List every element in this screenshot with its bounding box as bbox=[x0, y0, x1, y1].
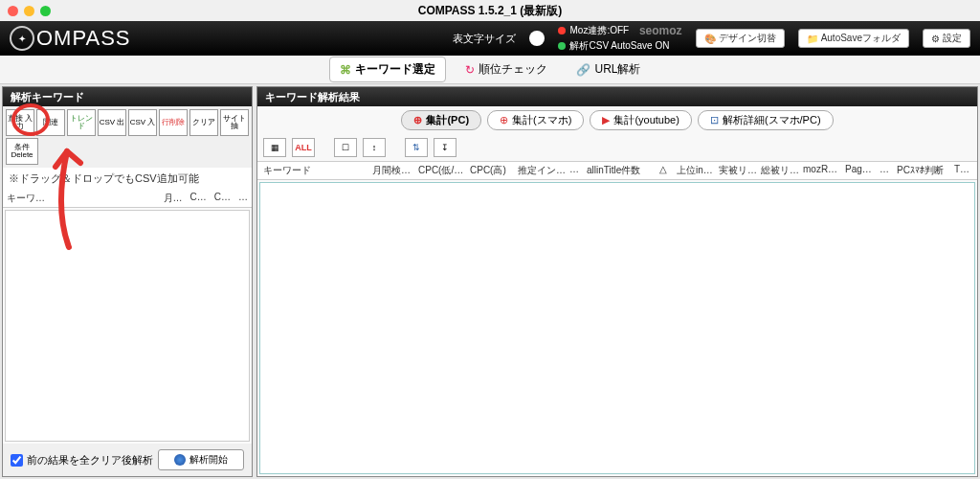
design-toggle-button[interactable]: 🎨デザイン切替 bbox=[696, 29, 785, 48]
moz-status: Moz連携:OFF bbox=[569, 24, 629, 37]
link-icon: 🔗 bbox=[576, 63, 590, 77]
clear-before-checkbox[interactable]: 前の結果を全クリア後解析 bbox=[11, 453, 153, 468]
titlebar: COMPASS 1.5.2_1 (最新版) bbox=[0, 0, 980, 21]
result-column-headers: キーワード 月間検… CPC(低/… CPC(高) 推定イン… … allinT… bbox=[257, 161, 977, 180]
keyword-list[interactable] bbox=[5, 210, 250, 442]
status-dot-red bbox=[558, 27, 566, 34]
folder-icon: 📁 bbox=[807, 34, 818, 44]
compass-icon: ✦ bbox=[10, 26, 34, 51]
rcol-t[interactable]: T… bbox=[954, 164, 971, 177]
subtab-detail[interactable]: ⊡解析詳細(スマホ/PC) bbox=[698, 110, 834, 130]
tool-button-1[interactable]: ☐ bbox=[334, 138, 357, 157]
rcol-cpchigh[interactable]: CPC(高) bbox=[470, 164, 514, 177]
autosave-folder-button[interactable]: 📁AutoSaveフォルダ bbox=[798, 29, 909, 48]
main-area: 解析キーワード 直接 入力 関連 トレンド CSV 出 CSV 入 行削除 クリ… bbox=[0, 84, 980, 479]
grid-button[interactable]: ▦ bbox=[263, 138, 286, 157]
col-month[interactable]: 月… bbox=[164, 192, 183, 205]
globe-icon bbox=[174, 454, 186, 466]
header: ✦ OMPASS 表文字サイズ Moz連携:OFF seomoz 解析CSV A… bbox=[0, 21, 980, 56]
csv-import-button[interactable]: CSV 入 bbox=[128, 109, 157, 136]
logo-text: OMPASS bbox=[36, 26, 131, 51]
subtab-pc[interactable]: ⊕集計(PC) bbox=[401, 110, 481, 130]
rcol-impression[interactable]: 推定イン… bbox=[518, 164, 566, 177]
rcol-mozr[interactable]: mozR… bbox=[803, 164, 841, 177]
sum-icon: ⊕ bbox=[413, 114, 422, 126]
key-icon: ⌘ bbox=[340, 63, 351, 77]
rcol-pcsp[interactable]: PCｽﾏﾎ判断 bbox=[897, 164, 950, 177]
rcol-dot2[interactable]: … bbox=[880, 164, 893, 177]
clear-before-input[interactable] bbox=[11, 454, 23, 467]
trend-button[interactable]: トレンド bbox=[67, 109, 96, 136]
drag-drop-hint: ※ドラッグ＆ドロップでもCSV追加可能 bbox=[3, 168, 252, 190]
status-block: Moz連携:OFF seomoz 解析CSV AutoSave ON bbox=[558, 24, 681, 53]
font-size-slider[interactable] bbox=[529, 31, 545, 46]
result-list[interactable] bbox=[259, 182, 975, 474]
analyze-start-button[interactable]: 解析開始 bbox=[158, 449, 244, 470]
left-footer: 前の結果を全クリア後解析 解析開始 bbox=[3, 444, 252, 476]
youtube-icon: ▶ bbox=[602, 114, 610, 126]
col-c2[interactable]: C… bbox=[214, 192, 231, 205]
delete-row-button[interactable]: 行削除 bbox=[159, 109, 188, 136]
tab-keyword[interactable]: ⌘キーワード選定 bbox=[329, 57, 446, 82]
detail-icon: ⊡ bbox=[710, 114, 719, 126]
right-panel-title: キーワード解析結果 bbox=[257, 87, 977, 106]
related-button[interactable]: 関連 bbox=[36, 109, 65, 136]
settings-button[interactable]: ⚙設定 bbox=[923, 29, 970, 48]
select-all-button[interactable]: ALL bbox=[292, 138, 315, 157]
refresh-icon: ↻ bbox=[465, 63, 475, 77]
tab-rank[interactable]: ↻順位チェック bbox=[456, 57, 557, 81]
tab-url[interactable]: 🔗URL解析 bbox=[567, 57, 650, 81]
site-extract-button[interactable]: サイト抽 bbox=[220, 109, 249, 136]
right-panel: キーワード解析結果 ⊕集計(PC) ⊕集計(スマホ) ▶集計(youtube) … bbox=[256, 86, 978, 477]
rcol-cpclow[interactable]: CPC(低/… bbox=[418, 164, 466, 177]
clear-button[interactable]: クリア bbox=[189, 109, 218, 136]
rcol-keyword[interactable]: キーワード bbox=[263, 164, 368, 177]
subtab-sp[interactable]: ⊕集計(スマホ) bbox=[487, 110, 584, 130]
rcol-realback[interactable]: 実被リ… bbox=[719, 164, 757, 177]
rcol-sort[interactable]: △ bbox=[659, 164, 673, 177]
gear-icon: ⚙ bbox=[931, 34, 940, 44]
main-tabs: ⌘キーワード選定 ↻順位チェック 🔗URL解析 bbox=[0, 56, 980, 84]
sort-button[interactable]: ⇅ bbox=[405, 138, 428, 157]
window-title: COMPASS 1.5.2_1 (最新版) bbox=[0, 3, 980, 19]
subtab-youtube[interactable]: ▶集計(youtube) bbox=[590, 110, 691, 130]
rcol-totalback[interactable]: 総被リ… bbox=[761, 164, 799, 177]
status-dot-green bbox=[558, 42, 566, 50]
rcol-allintitle[interactable]: allinTitle件数 bbox=[587, 164, 656, 177]
font-size-label: 表文字サイズ bbox=[453, 32, 516, 46]
export-button[interactable]: ↧ bbox=[434, 138, 457, 157]
app-logo: ✦ OMPASS bbox=[10, 26, 131, 51]
sum-icon: ⊕ bbox=[500, 114, 508, 126]
col-more[interactable]: … bbox=[238, 192, 248, 205]
rcol-topin[interactable]: 上位in… bbox=[677, 164, 715, 177]
seomoz-logo: seomoz bbox=[639, 24, 682, 37]
result-toolbar: ▦ ALL ☐ ↕ ⇅ ↧ bbox=[257, 134, 977, 161]
col-keyword[interactable]: キーワ… bbox=[7, 192, 45, 205]
left-toolbar: 直接 入力 関連 トレンド CSV 出 CSV 入 行削除 クリア サイト抽 条… bbox=[3, 106, 252, 168]
rcol-monthly[interactable]: 月間検… bbox=[372, 164, 414, 177]
left-panel: 解析キーワード 直接 入力 関連 トレンド CSV 出 CSV 入 行削除 クリ… bbox=[2, 86, 253, 477]
rcol-dot1[interactable]: … bbox=[569, 164, 583, 177]
left-panel-title: 解析キーワード bbox=[3, 87, 252, 106]
left-column-headers: キーワ… 月… C… C… … bbox=[3, 190, 252, 208]
tool-button-2[interactable]: ↕ bbox=[363, 138, 386, 157]
result-subtabs: ⊕集計(PC) ⊕集計(スマホ) ▶集計(youtube) ⊡解析詳細(スマホ/… bbox=[257, 106, 977, 134]
palette-icon: 🎨 bbox=[704, 34, 716, 44]
csv-status: 解析CSV AutoSave ON bbox=[569, 39, 669, 53]
col-c1[interactable]: C… bbox=[190, 192, 207, 205]
csv-export-button[interactable]: CSV 出 bbox=[98, 109, 126, 136]
direct-input-button[interactable]: 直接 入力 bbox=[6, 109, 34, 136]
condition-delete-button[interactable]: 条件 Delete bbox=[6, 138, 38, 165]
rcol-page[interactable]: Pag… bbox=[845, 164, 876, 177]
